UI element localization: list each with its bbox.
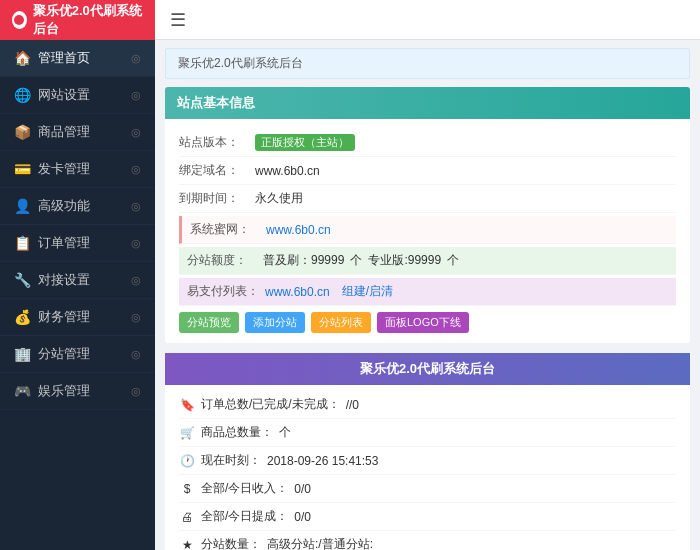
branch-row: 分站额度： 普及刷：99999 个 专业版:99999 个 (179, 247, 676, 275)
arrow-advanced: ◎ (131, 200, 141, 213)
branch-pro: 专业版:99999 (368, 252, 441, 269)
branch-stats-icon: ★ (179, 538, 195, 551)
branch-list-button[interactable]: 分站列表 (311, 312, 371, 333)
sidebar-label-site-settings: 网站设置 (38, 86, 90, 104)
product-icon: 📦 (14, 124, 30, 140)
complete-stats-icon: 🖨 (179, 510, 195, 524)
stats-header: 聚乐优2.0代刷系统后台 (165, 353, 690, 385)
order-icon: 📋 (14, 235, 30, 251)
sidebar-label-product: 商品管理 (38, 123, 90, 141)
easy-pay-link[interactable]: www.6b0.cn (265, 285, 330, 299)
product-stats-label: 商品总数量： (201, 424, 273, 441)
complete-stats-label: 全部/今日提成： (201, 508, 288, 525)
sidebar-label-entertainment: 娱乐管理 (38, 382, 90, 400)
station-action-buttons: 分站预览 添加分站 分站列表 面板LOGO下线 (179, 312, 676, 333)
sidebar-logo: 聚乐优2.0代刷系统后台 (0, 0, 155, 40)
card-icon: 💳 (14, 161, 30, 177)
sidebar-item-dashboard[interactable]: 🏠 管理首页 ◎ (0, 40, 155, 77)
arrow-branch: ◎ (131, 348, 141, 361)
main-content: ☰ 聚乐优2.0代刷系统后台 站点基本信息 站点版本： 正版授权（主站） 绑定域… (155, 0, 700, 550)
svg-point-0 (14, 15, 24, 25)
product-stats-row: 🛒 商品总数量： 个 (179, 419, 676, 447)
sidebar-item-site-settings[interactable]: 🌐 网站设置 ◎ (0, 77, 155, 114)
time-stats-label: 现在时刻： (201, 452, 261, 469)
finance-icon: 💰 (14, 309, 30, 325)
add-branch-button[interactable]: 添加分站 (245, 312, 305, 333)
stats-card: 聚乐优2.0代刷系统后台 🔖 订单总数/已完成/未完成： //0 🛒 商品总数量… (165, 353, 690, 550)
arrow-product: ◎ (131, 126, 141, 139)
sidebar-label-card: 发卡管理 (38, 160, 90, 178)
system-url-row: 系统蜜网： www.6b0.cn (179, 216, 676, 244)
topbar: ☰ (155, 0, 700, 40)
domain-value: www.6b0.cn (255, 164, 320, 178)
station-info-card: 站点基本信息 站点版本： 正版授权（主站） 绑定域名： www.6b0.cn 到… (165, 87, 690, 343)
hamburger-icon[interactable]: ☰ (170, 9, 186, 31)
sidebar-item-product-mgmt[interactable]: 📦 商品管理 ◎ (0, 114, 155, 151)
advanced-icon: 👤 (14, 198, 30, 214)
branch-stats-value: 高级分站:/普通分站: (267, 536, 373, 550)
system-url-link[interactable]: www.6b0.cn (266, 223, 331, 237)
station-info-header: 站点基本信息 (165, 87, 690, 119)
sidebar-item-entertainment[interactable]: 🎮 娱乐管理 ◎ (0, 373, 155, 410)
arrow-finance: ◎ (131, 311, 141, 324)
time-stats-icon: 🕐 (179, 454, 195, 468)
income-stats-row: $ 全部/今日收入： 0/0 (179, 475, 676, 503)
version-badge: 正版授权（主站） (255, 134, 355, 151)
complete-stats-value: 0/0 (294, 510, 311, 524)
site-settings-icon: 🌐 (14, 87, 30, 103)
arrow-dashboard: ◎ (131, 52, 141, 65)
income-stats-value: 0/0 (294, 482, 311, 496)
version-row: 站点版本： 正版授权（主站） (179, 129, 676, 157)
arrow-card: ◎ (131, 163, 141, 176)
sidebar-item-finance[interactable]: 💰 财务管理 ◎ (0, 299, 155, 336)
sidebar-label-advanced: 高级功能 (38, 197, 90, 215)
product-stats-icon: 🛒 (179, 426, 195, 440)
expire-row: 到期时间： 永久使用 (179, 185, 676, 213)
station-info-body: 站点版本： 正版授权（主站） 绑定域名： www.6b0.cn 到期时间： 永久… (165, 119, 690, 343)
app-title: 聚乐优2.0代刷系统后台 (33, 2, 143, 38)
sidebar-label-branch: 分站管理 (38, 345, 90, 363)
time-stats-row: 🕐 现在时刻： 2018-09-26 15:41:53 (179, 447, 676, 475)
domain-label: 绑定域名： (179, 162, 249, 179)
domain-row: 绑定域名： www.6b0.cn (179, 157, 676, 185)
complete-stats-row: 🖨 全部/今日提成： 0/0 (179, 503, 676, 531)
payment-icon: 🔧 (14, 272, 30, 288)
branch-stats-label: 分站数量： (201, 536, 261, 550)
dashboard-icon: 🏠 (14, 50, 30, 66)
version-label: 站点版本： (179, 134, 249, 151)
branch-popular: 普及刷：99999 (263, 252, 344, 269)
time-stats-value: 2018-09-26 15:41:53 (267, 454, 378, 468)
sidebar-item-order-mgmt[interactable]: 📋 订单管理 ◎ (0, 225, 155, 262)
logo-icon (12, 11, 27, 29)
order-stats-value: //0 (346, 398, 359, 412)
arrow-payment: ◎ (131, 274, 141, 287)
branch-stats-row: ★ 分站数量： 高级分站:/普通分站: (179, 531, 676, 550)
branch-label: 分站额度： (187, 252, 257, 269)
expire-label: 到期时间： (179, 190, 249, 207)
content-area: 聚乐优2.0代刷系统后台 站点基本信息 站点版本： 正版授权（主站） 绑定域名：… (155, 40, 700, 550)
entertainment-icon: 🎮 (14, 383, 30, 399)
sidebar-label-dashboard: 管理首页 (38, 49, 90, 67)
sidebar-label-finance: 财务管理 (38, 308, 90, 326)
sidebar-item-card-mgmt[interactable]: 💳 发卡管理 ◎ (0, 151, 155, 188)
sidebar-item-payment[interactable]: 🔧 对接设置 ◎ (0, 262, 155, 299)
income-stats-icon: $ (179, 482, 195, 496)
sidebar-item-advanced[interactable]: 👤 高级功能 ◎ (0, 188, 155, 225)
panel-transfer-button[interactable]: 面板LOGO下线 (377, 312, 469, 333)
sidebar-label-order: 订单管理 (38, 234, 90, 252)
arrow-site: ◎ (131, 89, 141, 102)
arrow-entertainment: ◎ (131, 385, 141, 398)
easy-pay-row: 易支付列表： www.6b0.cn 组建/启清 (179, 278, 676, 306)
station-info-title: 站点基本信息 (177, 95, 255, 110)
sidebar-label-payment: 对接设置 (38, 271, 90, 289)
order-stats-label: 订单总数/已完成/未完成： (201, 396, 340, 413)
branch-unit1: 个 (350, 252, 362, 269)
easy-pay-action[interactable]: 组建/启清 (342, 283, 393, 300)
system-url-label: 系统蜜网： (190, 221, 260, 238)
sidebar: 聚乐优2.0代刷系统后台 🏠 管理首页 ◎ 🌐 网站设置 ◎ 📦 商品管理 ◎ … (0, 0, 155, 550)
order-stats-row: 🔖 订单总数/已完成/未完成： //0 (179, 391, 676, 419)
sidebar-item-branch[interactable]: 🏢 分站管理 ◎ (0, 336, 155, 373)
stats-body: 🔖 订单总数/已完成/未完成： //0 🛒 商品总数量： 个 🕐 现在时刻： 2… (165, 385, 690, 550)
stats-title: 聚乐优2.0代刷系统后台 (360, 361, 495, 376)
branch-preview-button[interactable]: 分站预览 (179, 312, 239, 333)
